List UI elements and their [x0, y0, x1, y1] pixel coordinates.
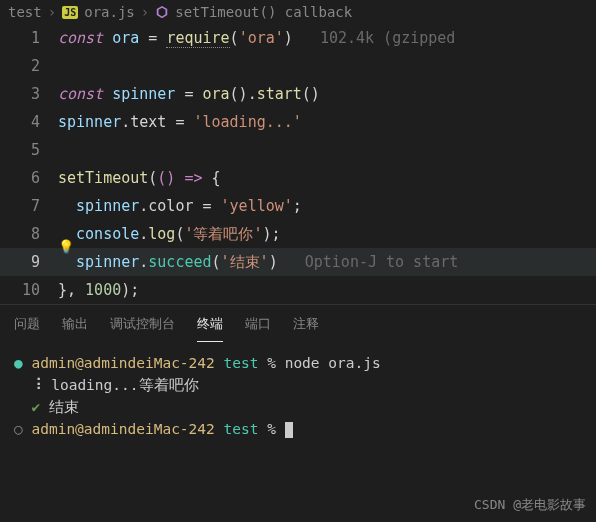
- package-size-hint: 102.4k (gzipped: [320, 29, 455, 47]
- breadcrumb-folder[interactable]: test: [8, 4, 42, 20]
- terminal-cursor: [285, 422, 293, 438]
- tab-debug-console[interactable]: 调试控制台: [110, 315, 175, 342]
- line-number: 9: [0, 253, 58, 271]
- breadcrumb-symbol[interactable]: setTimeout() callback: [175, 4, 352, 20]
- breadcrumb-file[interactable]: ora.js: [84, 4, 135, 20]
- code-editor[interactable]: 1 const ora = require('ora') 102.4k (gzi…: [0, 24, 596, 304]
- tab-comments[interactable]: 注释: [293, 315, 319, 342]
- keyboard-hint: Option-J to start: [305, 253, 459, 271]
- line-number: 5: [0, 141, 58, 159]
- terminal-output: 结束: [49, 399, 79, 415]
- line-number: 7: [0, 197, 58, 215]
- chevron-right-icon: ›: [141, 4, 149, 20]
- panel-tabs: 问题 输出 调试控制台 终端 端口 注释: [0, 304, 596, 342]
- line-number: 3: [0, 85, 58, 103]
- bullet-icon: ●: [14, 355, 31, 371]
- tab-problems[interactable]: 问题: [14, 315, 40, 342]
- tab-ports[interactable]: 端口: [245, 315, 271, 342]
- line-number: 2: [0, 57, 58, 75]
- line-number: 10: [0, 281, 58, 299]
- tab-terminal[interactable]: 终端: [197, 315, 223, 342]
- terminal-output: loading...等着吧你: [51, 377, 198, 393]
- line-number: 1: [0, 29, 58, 47]
- line-number: 8: [0, 225, 58, 243]
- chevron-right-icon: ›: [48, 4, 56, 20]
- breadcrumb: test › JS ora.js › setTimeout() callback: [0, 0, 596, 24]
- symbol-method-icon: [155, 5, 169, 19]
- watermark: CSDN @老电影故事: [474, 496, 586, 514]
- line-number: 4: [0, 113, 58, 131]
- spinner-icon: ⠸: [31, 377, 51, 393]
- terminal-command: node ora.js: [285, 355, 381, 371]
- check-icon: ✔: [31, 399, 48, 415]
- tab-output[interactable]: 输出: [62, 315, 88, 342]
- js-file-icon: JS: [62, 6, 78, 19]
- line-number: 6: [0, 169, 58, 187]
- terminal[interactable]: ● admin@admindeiMac-242 test % node ora.…: [0, 342, 596, 450]
- circle-icon: ○: [14, 421, 31, 437]
